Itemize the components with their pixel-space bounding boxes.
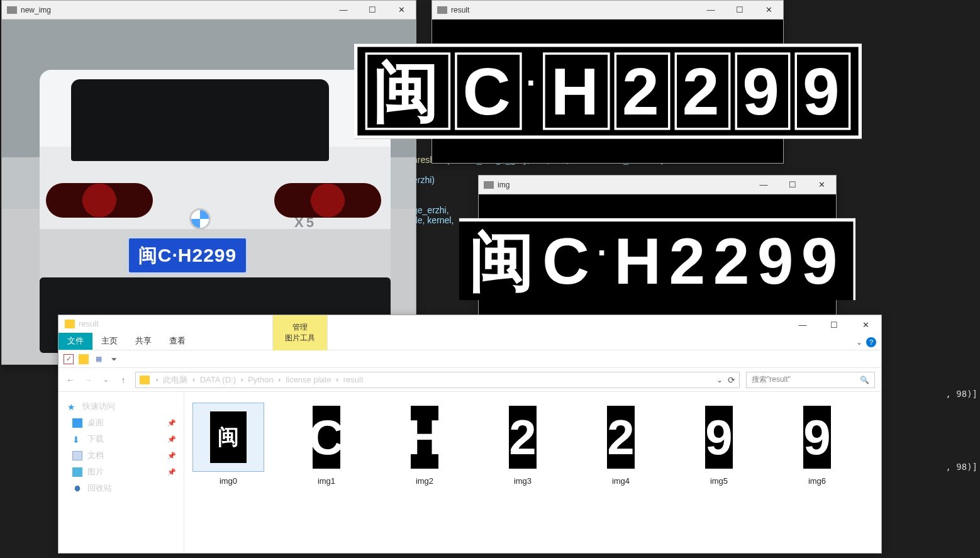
breadcrumb-item[interactable]: 此电脑 [162, 374, 189, 386]
file-item[interactable]: 2 img3 [487, 403, 558, 486]
breadcrumb-item[interactable]: result [342, 375, 365, 384]
window-title: new_img [21, 6, 329, 14]
explorer-items-pane[interactable]: 闽 img0 C img1 H img2 2 img3 2 img4 9 img… [184, 392, 881, 553]
pin-icon: 📌 [167, 468, 176, 476]
picture-icon [72, 467, 82, 477]
file-name: img5 [710, 476, 728, 486]
document-icon [72, 451, 82, 460]
qat-newfolder-icon[interactable] [79, 354, 89, 364]
quick-access-toolbar: ✓ ▦ ⏷ [58, 350, 881, 368]
qat-dropdown-icon[interactable]: ⏷ [109, 354, 119, 364]
breadcrumb-item[interactable]: license plate [284, 375, 332, 384]
file-name: img2 [416, 476, 433, 486]
maximize-button[interactable]: ☐ [725, 1, 754, 20]
app-icon [484, 181, 494, 189]
explorer-sidebar: ★ 快速访问 桌面 📌 ⬇ 下载 📌 文档 📌 图片 📌 [58, 392, 184, 553]
ribbon-collapse-icon[interactable]: ⌄ [856, 338, 862, 347]
minimize-button[interactable]: — [749, 176, 778, 194]
tab-share[interactable]: 共享 [126, 333, 160, 350]
file-name: img6 [808, 476, 826, 486]
tab-view[interactable]: 查看 [160, 333, 194, 350]
file-item[interactable]: 9 img6 [782, 403, 852, 486]
pin-icon: 📌 [167, 452, 176, 460]
maximize-button[interactable]: ☐ [358, 1, 387, 20]
app-icon [437, 6, 447, 14]
pin-icon: 📌 [167, 435, 176, 444]
thumbnail-icon: C [313, 406, 340, 469]
sidebar-item-pictures[interactable]: 图片 📌 [58, 464, 184, 480]
folder-icon [140, 376, 150, 384]
plate-binary-boxed: 闽 C · H 2 2 9 9 [354, 43, 862, 138]
file-name: img0 [220, 476, 237, 486]
recycle-icon [72, 484, 82, 493]
breadcrumb[interactable]: › 此电脑› DATA (D:)› Python› license plate›… [135, 372, 740, 388]
app-icon [7, 6, 17, 14]
breadcrumb-dropdown-icon[interactable]: ⌄ [716, 376, 723, 384]
sidebar-item-documents[interactable]: 文档 📌 [58, 447, 184, 464]
explorer-title: result [58, 315, 194, 333]
desktop-icon [72, 418, 82, 428]
close-button[interactable]: ✕ [387, 1, 416, 20]
window-title: img [498, 181, 749, 189]
window-img[interactable]: img — ☐ ✕ 闽 C · H 2 2 9 9 [478, 175, 837, 325]
search-placeholder: 搜索"result" [752, 374, 791, 385]
file-item[interactable]: C img1 [291, 403, 362, 486]
close-button[interactable]: ✕ [807, 176, 836, 194]
window-result[interactable]: result — ☐ ✕ 闽 C · H 2 2 9 9 [432, 0, 784, 164]
ribbon-tabs: 文件 主页 共享 查看 [58, 333, 194, 350]
tab-home[interactable]: 主页 [92, 333, 126, 350]
code-output-fragment-1: , 98)] [945, 389, 977, 399]
refresh-button[interactable]: ⟳ [728, 375, 735, 385]
thumbnail-icon: 9 [705, 406, 733, 469]
sidebar-item-quickaccess[interactable]: ★ 快速访问 [58, 398, 184, 415]
maximize-button[interactable]: ☐ [818, 315, 850, 334]
qat-properties-icon[interactable]: ✓ [64, 354, 74, 364]
sidebar-item-downloads[interactable]: ⬇ 下载 📌 [58, 431, 184, 447]
window-title: result [451, 6, 696, 14]
file-name: img4 [612, 476, 630, 486]
file-name: img3 [514, 476, 532, 486]
file-item[interactable]: H img2 [389, 403, 460, 486]
titlebar[interactable]: new_img — ☐ ✕ [2, 1, 416, 20]
close-button[interactable]: ✕ [850, 315, 881, 334]
tab-manage[interactable]: 管理 图片工具 [272, 315, 328, 350]
thumbnail-icon: H [411, 406, 438, 469]
titlebar[interactable]: img — ☐ ✕ [479, 176, 836, 194]
code-output-fragment-2: , 98)] [945, 462, 977, 472]
help-icon[interactable]: ? [866, 337, 876, 347]
minimize-button[interactable]: — [696, 1, 725, 20]
file-item[interactable]: 9 img5 [684, 403, 754, 486]
qat-view-icon[interactable]: ▦ [94, 354, 104, 364]
file-item[interactable]: 2 img4 [586, 403, 656, 486]
breadcrumb-item[interactable]: DATA (D:) [199, 375, 237, 384]
plate-binary: 闽 C · H 2 2 9 9 [459, 218, 855, 300]
tab-file[interactable]: 文件 [58, 333, 92, 350]
folder-icon [65, 320, 75, 328]
bmw-logo-icon [189, 208, 211, 230]
image-viewport: 闽 C · H 2 2 9 9 [479, 194, 836, 324]
search-icon: 🔍 [860, 376, 869, 384]
file-item[interactable]: 闽 img0 [193, 403, 264, 486]
window-explorer[interactable]: result 文件 主页 共享 查看 管理 图片工具 — ☐ ✕ ⌄ ? ✓ ▦… [58, 315, 882, 554]
pin-icon: 📌 [167, 419, 176, 427]
minimize-button[interactable]: — [329, 1, 358, 20]
download-icon: ⬇ [72, 435, 82, 444]
file-name: img1 [318, 476, 335, 486]
search-input[interactable]: 搜索"result" 🔍 [746, 372, 875, 388]
sidebar-item-desktop[interactable]: 桌面 📌 [58, 415, 184, 431]
titlebar[interactable]: result — ☐ ✕ [432, 1, 783, 20]
nav-back-button[interactable]: ← [65, 375, 76, 385]
sidebar-item-recycle[interactable]: 回收站 [58, 480, 184, 496]
nav-up-button[interactable]: ↑ [118, 375, 129, 385]
star-icon: ★ [67, 402, 77, 411]
close-button[interactable]: ✕ [754, 1, 783, 20]
thumbnail-icon: 2 [607, 406, 635, 469]
thumbnail-icon: 2 [509, 406, 537, 469]
image-viewport: 闽 C · H 2 2 9 9 [432, 20, 783, 163]
nav-forward-button[interactable]: → [82, 375, 94, 385]
maximize-button[interactable]: ☐ [778, 176, 807, 194]
thumbnail-icon: 9 [803, 406, 831, 469]
breadcrumb-item[interactable]: Python [247, 375, 274, 384]
minimize-button[interactable]: — [787, 315, 818, 334]
nav-recent-button[interactable]: ⌄ [100, 376, 111, 383]
